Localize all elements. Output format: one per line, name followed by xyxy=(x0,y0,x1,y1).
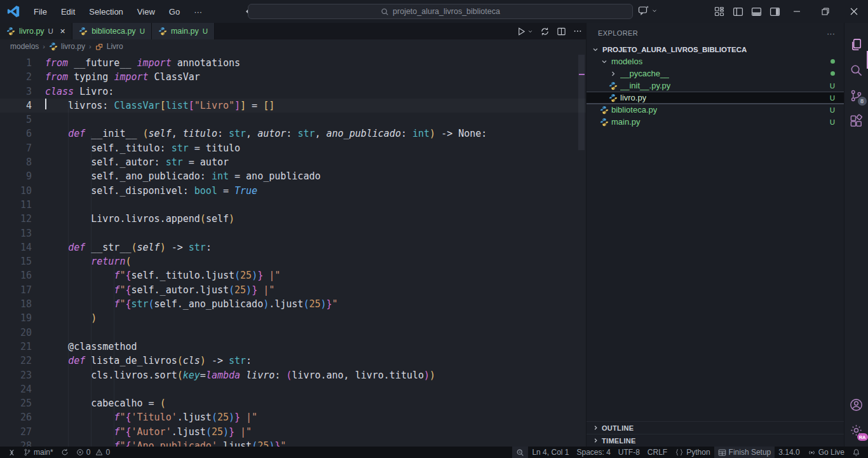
line-number: 5 xyxy=(0,113,32,127)
code-line-27[interactable]: 27 f"{'Autor'.ljust(25)} |" xyxy=(0,425,586,439)
editor-scrollbar[interactable] xyxy=(578,55,585,150)
menu-go[interactable]: Go xyxy=(163,4,186,19)
code-line-28[interactable]: 28 f"{'Ano_publicado'.ljust(25)}" xyxy=(0,439,586,447)
sync-changes-icon xyxy=(61,448,69,456)
tab-label: main.py xyxy=(171,27,199,36)
tab-biblioteca.py[interactable]: biblioteca.pyU xyxy=(72,23,152,39)
code-line-4[interactable]: 4 livros: ClassVar[list["Livro"]] = [] xyxy=(0,99,586,113)
outline-section[interactable]: OUTLINE xyxy=(587,421,844,434)
code-line-10[interactable]: 10 self._disponivel: bool = True xyxy=(0,184,586,198)
settings-gear-icon[interactable]: RA xyxy=(844,417,868,443)
statusbar-encoding[interactable]: UTF-8 xyxy=(614,447,644,458)
statusbar-git-branch[interactable]: main* xyxy=(20,447,57,458)
code-line-5[interactable]: 5 xyxy=(0,113,586,127)
tab-livro.py[interactable]: livro.pyU✕ xyxy=(0,23,72,39)
run-python-file-button[interactable] xyxy=(517,27,533,36)
more-actions-icon[interactable] xyxy=(573,27,582,36)
code-line-14[interactable]: 14 def __str__(self) -> str: xyxy=(0,240,586,254)
menu-edit[interactable]: Edit xyxy=(55,4,81,19)
account-icon[interactable] xyxy=(844,392,868,417)
code-line-19[interactable]: 19 ) xyxy=(0,311,586,325)
search-view-icon[interactable] xyxy=(844,57,868,83)
breadcrumb-item-Livro[interactable]: Livro xyxy=(95,42,123,51)
statusbar-sync-changes[interactable] xyxy=(57,447,72,458)
menu-selection[interactable]: Selection xyxy=(83,4,128,19)
code-line-1[interactable]: 1from __future__ import annotations xyxy=(0,56,586,70)
copilot-button[interactable] xyxy=(638,5,658,16)
restore-button[interactable] xyxy=(811,0,839,23)
statusbar-problems[interactable]: 00 xyxy=(72,447,114,458)
statusbar-indentation[interactable]: Spaces: 4 xyxy=(573,447,614,458)
minimize-button[interactable] xyxy=(782,0,811,23)
code-line-21[interactable]: 21 @classmethod xyxy=(0,340,586,354)
line-number: 7 xyxy=(0,141,32,155)
code-line-13[interactable]: 13 xyxy=(0,226,586,240)
close-tab-icon[interactable]: ✕ xyxy=(60,27,65,36)
timeline-section[interactable]: TIMELINE xyxy=(587,434,844,447)
statusbar-go-live[interactable]: Go Live xyxy=(804,447,848,458)
code-line-11[interactable]: 11 xyxy=(0,198,586,212)
close-button[interactable] xyxy=(839,0,868,23)
tree-item-__pycache__[interactable]: __pycache__ xyxy=(587,67,844,80)
code-line-7[interactable]: 7 self._titulo: str = titulo xyxy=(0,141,586,155)
command-center-search[interactable]: projeto_alura_livros_biblioteca xyxy=(248,4,633,19)
extensions-view-icon[interactable] xyxy=(844,108,868,134)
toggle-primary-sidebar-icon[interactable] xyxy=(731,5,744,18)
tree-item-biblioteca.py[interactable]: biblioteca.pyU xyxy=(587,104,844,116)
tree-item-__init__.py.py[interactable]: __init__.py.pyU xyxy=(587,80,844,92)
line-number: 22 xyxy=(0,354,32,368)
tree-item-PROJETO_ALURA_LIVROS_BIBLIOTECA[interactable]: PROJETO_ALURA_LIVROS_BIBLIOTECA xyxy=(587,43,844,55)
menu-view[interactable]: View xyxy=(132,4,161,19)
explorer-more-actions-icon[interactable]: ··· xyxy=(827,29,835,38)
untracked-badge: U xyxy=(140,27,145,35)
code-line-26[interactable]: 26 f"{'Titulo'.ljust(25)} |" xyxy=(0,410,586,424)
code-line-12[interactable]: 12 Livro.livros.append(self) xyxy=(0,212,586,226)
line-number: 21 xyxy=(0,340,32,354)
code-line-8[interactable]: 8 self._autor: str = autor xyxy=(0,155,586,169)
code-line-22[interactable]: 22 def lista_de_livros(cls) -> str: xyxy=(0,354,586,368)
line-number: 13 xyxy=(0,226,32,240)
tree-item-livro.py[interactable]: livro.pyU xyxy=(587,92,844,104)
menu-bar: FileEditSelectionViewGo··· xyxy=(28,4,208,19)
code-line-3[interactable]: 3class Livro: xyxy=(0,85,586,99)
code-line-6[interactable]: 6 def __init__ (self, titulo: str, autor… xyxy=(0,127,586,141)
explorer-view-icon[interactable] xyxy=(844,32,868,57)
open-changes-icon[interactable] xyxy=(540,27,550,36)
source-control-view-icon[interactable]: 8 xyxy=(844,83,868,108)
breadcrumb-item-livro.py[interactable]: livro.py xyxy=(49,42,85,51)
statusbar-language-mode[interactable]: Python xyxy=(671,447,714,458)
tab-main.py[interactable]: main.pyU xyxy=(152,23,215,39)
statusbar-python-version[interactable]: 3.14.0 xyxy=(775,447,803,458)
code-line-25[interactable]: 25 cabecalho = ( xyxy=(0,396,586,410)
breadcrumb-item-modelos[interactable]: modelos xyxy=(10,42,39,51)
customize-layout-icon[interactable] xyxy=(713,5,726,18)
breadcrumb[interactable]: modelos›livro.py›Livro xyxy=(0,39,586,53)
modified-dot-badge xyxy=(831,59,835,64)
split-editor-icon[interactable] xyxy=(557,27,566,36)
statusbar-eol[interactable]: CRLF xyxy=(644,447,671,458)
statusbar-finish-setup[interactable]: Finish Setup xyxy=(714,447,775,458)
statusbar-remote-indicator[interactable] xyxy=(4,447,20,458)
menu-[interactable]: ··· xyxy=(188,4,208,19)
code-line-23[interactable]: 23 cls.livros.sort(key=lambda livro: (li… xyxy=(0,368,586,382)
code-line-17[interactable]: 17 f"{self._autor.ljust(25)} |" xyxy=(0,283,586,297)
code-line-15[interactable]: 15 return( xyxy=(0,254,586,268)
code-line-24[interactable]: 24 xyxy=(0,382,586,396)
toggle-panel-icon[interactable] xyxy=(750,5,763,18)
tree-item-modelos[interactable]: modelos xyxy=(587,55,844,67)
code-line-20[interactable]: 20 xyxy=(0,326,586,340)
python-icon xyxy=(6,27,15,36)
toggle-secondary-sidebar-icon[interactable] xyxy=(768,5,781,18)
code-line-18[interactable]: 18 f"{str(self._ano_publicado).ljust(25)… xyxy=(0,297,586,311)
code-line-9[interactable]: 9 self._ano_publicado: int = ano_publica… xyxy=(0,169,586,183)
chevron-down-icon xyxy=(590,46,600,53)
statusbar-notifications[interactable] xyxy=(848,447,864,458)
menu-file[interactable]: File xyxy=(28,4,53,19)
code-editor[interactable]: 1from __future__ import annotations2from… xyxy=(0,53,586,447)
tree-item-main.py[interactable]: main.pyU xyxy=(587,116,844,128)
statusbar-zoom-status[interactable] xyxy=(512,447,528,458)
statusbar-cursor-position[interactable]: Ln 4, Col 1 xyxy=(528,447,573,458)
line-number: 4 xyxy=(0,99,32,113)
code-line-16[interactable]: 16 f"{self._titulo.ljust(25)} |" xyxy=(0,268,586,282)
code-line-2[interactable]: 2from typing import ClassVar xyxy=(0,70,586,84)
